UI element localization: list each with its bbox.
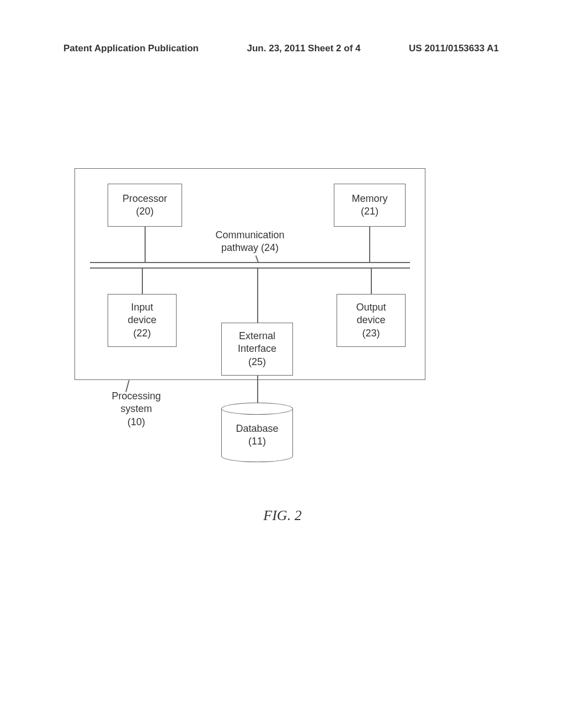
figure-label: FIG. 2 [0,507,565,524]
processor-label: Processor [122,192,167,205]
memory-connector [369,227,370,263]
input-box: Input device (22) [108,294,177,347]
processor-connector [145,227,146,263]
header-left: Patent Application Publication [63,43,199,54]
external-connector [257,267,258,323]
header-right: US 2011/0153633 A1 [409,43,499,54]
database-ref: (11) [248,436,266,447]
bus-line-bottom [90,267,410,269]
processor-ref: (20) [136,205,153,218]
diagram: Processor (20) Memory (21) Input device … [74,168,425,400]
memory-label: Memory [351,192,387,205]
proc-sys-line2: system [120,403,152,414]
comm-pathway-label: Communication pathway (24) [200,229,300,255]
memory-box: Memory (21) [334,184,406,227]
database-label-group: Database (11) [221,422,293,448]
cylinder-bottom [221,450,293,462]
output-ref: (23) [362,327,380,340]
external-label: External [239,330,275,342]
database-connector [257,376,258,403]
output-box: Output device (23) [337,294,406,347]
input-connector [142,267,143,294]
processing-system-label: Processing system (10) [98,390,175,429]
output-label: Output [356,301,386,314]
comm-label-line1: Communication [215,229,284,240]
external-interface-box: External Interface (25) [221,323,293,376]
input-ref: (22) [133,327,151,340]
memory-ref: (21) [361,205,379,218]
output-label2: device [356,314,385,326]
input-label2: device [127,314,156,326]
external-ref: (25) [248,356,266,368]
bus-line-top [90,262,410,263]
comm-label-line2: pathway (24) [221,242,279,253]
database-label: Database [236,423,278,434]
cylinder-top [221,403,293,415]
external-label2: Interface [238,342,276,355]
processor-box: Processor (20) [108,184,182,227]
header-center: Jun. 23, 2011 Sheet 2 of 4 [247,43,361,54]
page-header: Patent Application Publication Jun. 23, … [0,43,565,54]
proc-sys-line1: Processing [111,390,161,402]
output-connector [371,267,372,294]
proc-sys-ref: (10) [127,416,145,427]
database-cylinder: Database (11) [221,403,293,458]
input-label: Input [131,301,153,314]
